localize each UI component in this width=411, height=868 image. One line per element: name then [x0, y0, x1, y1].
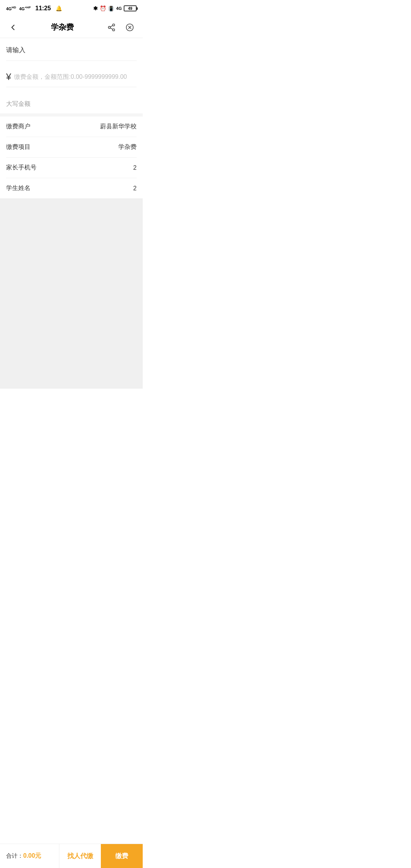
total-label: 合计： [6, 852, 23, 860]
item-label: 缴费项目 [6, 143, 30, 151]
info-section: 缴费商户 蔚县新华学校 缴费项目 学杂费 家长手机号 2 学生姓名 2 [0, 116, 143, 198]
page-title: 学杂费 [51, 22, 74, 32]
input-section: 请输入 ¥ 缴费金额，金额范围:0.00-9999999999.00 [0, 38, 143, 95]
bluetooth-icon: ✱ [93, 5, 98, 11]
status-right: ✱ ⏰ 📳 4G 49 [93, 5, 137, 11]
student-name-label: 学生姓名 [6, 184, 30, 192]
svg-point-0 [113, 24, 115, 26]
pay-button[interactable]: 缴费 [101, 844, 143, 868]
proxy-pay-button[interactable]: 找人代缴 [59, 844, 101, 868]
info-row-merchant: 缴费商户 蔚县新华学校 [6, 116, 137, 137]
info-row-name: 学生姓名 2 [6, 178, 137, 198]
student-name-value: 2 [133, 185, 137, 192]
notification-icon: 🔔 [56, 5, 62, 11]
amount-placeholder: 缴费金额，金额范围:0.00-9999999999.00 [14, 73, 127, 81]
phone-label: 家长手机号 [6, 164, 37, 172]
svg-point-1 [108, 26, 111, 29]
svg-point-2 [113, 29, 115, 31]
merchant-value: 蔚县新华学校 [100, 123, 137, 131]
svg-line-3 [110, 28, 113, 29]
info-row-item: 缴费项目 学杂费 [6, 137, 137, 158]
lte-icon: 4G [116, 6, 122, 11]
signal-4ghp: 4G+HP [19, 6, 30, 11]
input-label: 请输入 [6, 46, 137, 54]
total-amount: 0.00元 [23, 852, 41, 860]
info-row-phone: 家长手机号 2 [6, 158, 137, 178]
amount-divider [6, 61, 137, 61]
item-value: 学杂费 [118, 143, 137, 151]
status-bar: 4GHD 4G+HP 11:25 🔔 ✱ ⏰ 📳 4G 49 [0, 0, 143, 17]
nav-bar: 学杂费 [0, 17, 143, 38]
share-button[interactable] [105, 21, 118, 34]
back-button[interactable] [6, 21, 20, 34]
total-area: 合计： 0.00元 [0, 852, 59, 860]
svg-line-4 [110, 25, 113, 27]
capital-label: 大写金额 [6, 101, 30, 107]
amount-row[interactable]: ¥ 缴费金额，金额范围:0.00-9999999999.00 [6, 67, 137, 87]
bottom-bar: 合计： 0.00元 找人代缴 缴费 [0, 844, 143, 868]
amount-bottom-divider [6, 87, 137, 87]
yuan-symbol: ¥ [6, 72, 11, 82]
phone-value: 2 [133, 164, 137, 171]
status-left: 4GHD 4G+HP 11:25 🔔 [6, 5, 62, 12]
nav-actions [105, 21, 137, 34]
grey-area [0, 198, 143, 389]
merchant-label: 缴费商户 [6, 123, 30, 131]
signal-4ghd: 4GHD [6, 6, 16, 11]
alarm-icon: ⏰ [100, 5, 106, 11]
time-display: 11:25 [35, 5, 51, 12]
capital-section: 大写金额 [0, 95, 143, 116]
close-button[interactable] [123, 21, 137, 34]
battery-indicator: 49 [124, 5, 137, 11]
vibrate-icon: 📳 [108, 6, 114, 11]
